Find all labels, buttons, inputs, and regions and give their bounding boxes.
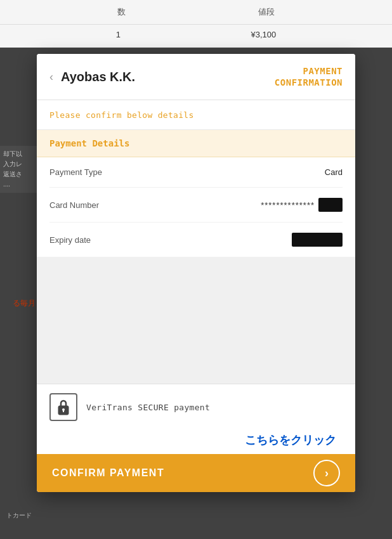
expiry-date-redacted xyxy=(292,233,343,247)
card-number-label: Card Number xyxy=(49,200,99,210)
card-number-row: Card Number ************** xyxy=(49,188,343,223)
modal-header: ‹ Ayobas K.K. PAYMENT CONFIRMATION xyxy=(37,54,355,100)
card-number-value: ************** xyxy=(261,198,343,212)
bg-bottom-text: トカード xyxy=(6,512,32,519)
secure-payment-bar: VeriTrans SECURE payment xyxy=(37,384,355,430)
expiry-date-label: Expiry date xyxy=(49,235,91,245)
company-name: Ayobas K.K. xyxy=(61,70,135,84)
confirm-button-label: CONFIRM PAYMENT xyxy=(52,467,164,479)
payment-details-header: Payment Details xyxy=(37,130,355,157)
confirm-message-text: Please confirm below details xyxy=(49,110,194,120)
table-qty: 1 xyxy=(116,30,121,39)
secure-payment-text: VeriTrans SECURE payment xyxy=(86,403,343,412)
lock-icon xyxy=(56,398,71,416)
payment-confirmation-modal: ‹ Ayobas K.K. PAYMENT CONFIRMATION Pleas… xyxy=(37,54,355,492)
bg-red-text: る毎月 xyxy=(13,299,36,308)
payment-type-row: Payment Type Card xyxy=(49,157,343,188)
card-masked-digits: ************** xyxy=(261,200,315,210)
modal-body-space xyxy=(37,257,355,384)
card-last-digits-redacted xyxy=(318,198,343,212)
back-button[interactable]: ‹ xyxy=(49,70,53,84)
confirm-message-bar: Please confirm below details xyxy=(37,100,355,130)
click-hint-text: こちらをクリック xyxy=(245,434,343,446)
lock-icon-container xyxy=(49,393,77,421)
expiry-date-value xyxy=(292,233,343,247)
confirm-payment-button[interactable]: CONFIRM PAYMENT › xyxy=(37,454,355,492)
payment-details-label: Payment Details xyxy=(49,138,129,148)
expiry-date-row: Expiry date xyxy=(49,223,343,257)
column-qty: 数 xyxy=(117,6,126,18)
column-price: 値段 xyxy=(258,6,275,18)
confirm-button-arrow-icon: › xyxy=(313,460,340,486)
svg-rect-2 xyxy=(63,410,64,412)
payment-rows: Payment Type Card Card Number **********… xyxy=(37,157,355,257)
payment-type-label: Payment Type xyxy=(49,167,102,177)
modal-title: PAYMENT CONFIRMATION xyxy=(275,65,343,88)
payment-type-value: Card xyxy=(325,167,343,177)
table-price: ¥3,100 xyxy=(251,30,276,39)
click-hint-bar: こちらをクリック xyxy=(37,430,355,454)
